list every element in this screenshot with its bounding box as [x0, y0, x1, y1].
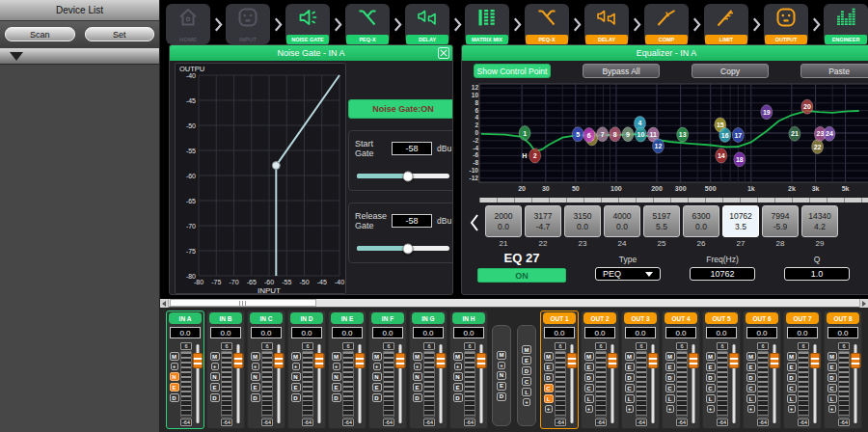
eq-point-1[interactable]: 1 [519, 126, 530, 141]
channel-strip-out-3[interactable]: OUT 30.0MEDCL+6-64 [621, 310, 660, 429]
strip-button-c[interactable]: C [746, 384, 756, 392]
strip-button-m[interactable]: M [706, 352, 716, 361]
channel-strip-in-c[interactable]: IN C0.0M+NED6-64 [247, 310, 285, 429]
strip-button-d[interactable]: D [413, 393, 422, 402]
freq-field[interactable]: 10762 [690, 267, 755, 281]
device-list-expander[interactable] [0, 48, 159, 65]
fader[interactable] [436, 340, 446, 426]
eq-point-17[interactable]: 17 [732, 128, 744, 143]
strip-button-e[interactable]: E [497, 382, 506, 391]
strip-button-d[interactable]: D [584, 373, 594, 382]
fader-handle[interactable] [274, 353, 285, 368]
slider-handle[interactable] [402, 243, 413, 254]
eq-band-23[interactable]: 31500.023 [564, 205, 601, 248]
strip-button-m[interactable]: M [291, 352, 301, 361]
strip-button-l[interactable]: L [522, 388, 531, 396]
fader[interactable] [476, 340, 486, 426]
toolbar-item-input[interactable]: INPUT [226, 4, 270, 44]
strip-button-c[interactable]: C [522, 377, 531, 386]
strip-button-m[interactable]: M [251, 352, 260, 361]
toolbar-item-delay[interactable]: DELAY [584, 4, 629, 44]
strip-button-n[interactable]: N [210, 372, 220, 381]
strip-button-c[interactable]: C [625, 384, 635, 392]
equalizer-graph[interactable]: 1H23567894101112131514161718192120222324… [464, 80, 868, 198]
fader-handle[interactable] [689, 353, 699, 368]
channel-strip-out-5[interactable]: OUT 50.0MEDCL+6-64 [702, 310, 741, 429]
fader-handle[interactable] [648, 353, 659, 368]
strip-button-l[interactable]: L [827, 394, 837, 403]
strip-button-l[interactable]: L [625, 394, 635, 403]
strip-button-plus[interactable]: + [292, 363, 300, 370]
strip-button-n[interactable]: N [453, 372, 463, 381]
fader-handle[interactable] [476, 353, 487, 368]
eq-point-7[interactable]: 7 [597, 127, 609, 142]
strip-button-d[interactable]: D [544, 373, 554, 382]
strip-button-plus[interactable]: + [414, 363, 421, 370]
strip-button-e[interactable]: E [372, 383, 382, 392]
channel-strip-out-1[interactable]: OUT 10.0MEDCL+6-64 [540, 310, 579, 429]
strip-button-m[interactable]: M [584, 352, 594, 361]
toolbar-item-peq-x[interactable]: PEQ-X [345, 4, 390, 44]
strip-button-plus[interactable]: + [828, 405, 836, 413]
eq-point-16[interactable]: 16 [719, 128, 731, 143]
strip-button-m[interactable]: M [787, 352, 797, 361]
strip-button-m[interactable]: M [210, 352, 220, 361]
fader-handle[interactable] [355, 353, 366, 368]
fader[interactable] [851, 340, 860, 426]
toolbar-item-peq-x[interactable]: PEQ-X [525, 4, 569, 44]
channel-strip-in-g[interactable]: IN G0.0M+NED6-64 [409, 310, 448, 429]
strip-button-n[interactable]: N [372, 372, 382, 381]
strip-button-m[interactable]: M [497, 351, 506, 360]
strip-button-d[interactable]: D [625, 373, 635, 382]
eq-band-21[interactable]: 20000.021 [485, 205, 522, 248]
paste-button[interactable]: Paste [800, 64, 868, 78]
strip-button-d[interactable]: D [251, 393, 260, 402]
strip-button-d[interactable]: D [372, 393, 382, 402]
start-gate-slider[interactable] [357, 174, 449, 178]
eq-point-18[interactable]: 18 [734, 152, 746, 167]
strip-button-d[interactable]: D [522, 366, 531, 375]
eq-band-26[interactable]: 63000.026 [683, 205, 719, 248]
strip-button-plus[interactable]: + [211, 363, 219, 370]
strip-button-e[interactable]: E [746, 363, 756, 371]
strip-button-m[interactable]: M [544, 352, 554, 361]
slider-handle[interactable] [402, 171, 413, 181]
strip-button-d[interactable]: D [170, 393, 179, 402]
strip-button-d[interactable]: D [332, 393, 341, 402]
strip-button-plus[interactable]: + [788, 405, 796, 413]
type-dropdown[interactable]: PEQ [595, 267, 661, 281]
strip-button-plus[interactable]: + [252, 363, 259, 370]
strip-button-m[interactable]: M [827, 352, 837, 361]
strip-button-e[interactable]: E [522, 356, 531, 364]
strip-button-d[interactable]: D [453, 393, 463, 402]
strip-button-c[interactable]: C [787, 384, 797, 392]
strip-button-m[interactable]: M [665, 352, 675, 361]
eq-band-28[interactable]: 7994-5.928 [762, 205, 799, 248]
fader-handle[interactable] [851, 353, 861, 368]
channel-strip-out-7[interactable]: OUT 70.0MEDCL+6-64 [783, 310, 822, 429]
strip-button-m[interactable]: M [332, 352, 341, 361]
eq-point-24[interactable]: 24 [824, 126, 835, 141]
strip-button-plus[interactable]: + [373, 363, 381, 370]
fader[interactable] [648, 340, 658, 426]
strip-button-d[interactable]: D [665, 373, 675, 382]
strip-button-e[interactable]: E [827, 363, 837, 371]
channel-strip-in-h[interactable]: IN H0.0M+NED6-64 [449, 310, 488, 429]
strip-button-m[interactable]: M [453, 352, 463, 361]
channel-strip-in-e[interactable]: IN E0.0M+NED6-64 [328, 310, 366, 429]
strip-button-e[interactable]: E [332, 383, 341, 392]
eq-band-22[interactable]: 3177-4.722 [525, 205, 561, 248]
fader[interactable] [395, 340, 405, 426]
copy-button[interactable]: Copy [692, 64, 769, 78]
strip-button-n[interactable]: N [170, 372, 179, 381]
fader[interactable] [729, 340, 739, 426]
strip-button-d[interactable]: D [497, 392, 506, 401]
eq-band-25[interactable]: 51975.525 [643, 205, 680, 248]
strip-button-m[interactable]: M [372, 352, 382, 361]
fader[interactable] [608, 340, 617, 426]
strip-button-plus[interactable]: + [747, 405, 755, 413]
strip-button-l[interactable]: L [746, 394, 756, 403]
eq-point-20[interactable]: 20 [801, 99, 813, 114]
strip-button-c[interactable]: C [827, 384, 837, 392]
gate-threshold-handle[interactable] [272, 162, 280, 170]
